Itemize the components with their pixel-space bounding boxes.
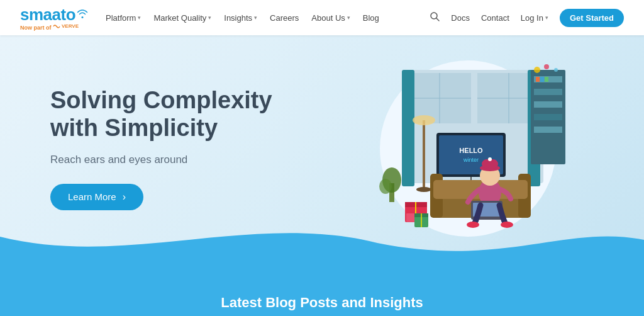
- svg-point-54: [379, 179, 392, 194]
- nav-login-button[interactable]: Log In ▾: [521, 13, 548, 23]
- svg-rect-18: [540, 77, 544, 82]
- chevron-down-icon: ▾: [254, 14, 257, 21]
- svg-rect-16: [534, 127, 562, 133]
- footer-section: Latest Blog Posts and Insights: [0, 262, 644, 316]
- logo-text: smaato: [20, 5, 75, 25]
- svg-rect-15: [534, 114, 562, 120]
- svg-point-51: [554, 68, 558, 72]
- nav-item-insights[interactable]: Insights ▾: [224, 13, 257, 23]
- nav-item-careers[interactable]: Careers: [270, 13, 299, 23]
- footer-title: Latest Blog Posts and Insights: [221, 295, 423, 311]
- chevron-down-icon: ▾: [138, 14, 141, 21]
- svg-point-28: [413, 115, 435, 125]
- chevron-down-icon: ▾: [347, 14, 350, 21]
- svg-rect-17: [536, 77, 540, 82]
- svg-point-37: [488, 157, 492, 161]
- wave-divider: [0, 212, 644, 262]
- svg-rect-13: [534, 89, 562, 95]
- nav-item-blog[interactable]: Blog: [363, 13, 379, 23]
- svg-point-27: [416, 187, 431, 192]
- arrow-right-icon: ›: [123, 191, 126, 203]
- learn-more-button[interactable]: Learn More ›: [50, 184, 143, 210]
- chevron-down-icon: ▾: [208, 14, 211, 21]
- svg-line-1: [436, 18, 439, 21]
- svg-rect-14: [534, 101, 562, 108]
- nav-left: smaato Now part of VERVE Platform ▾: [20, 5, 379, 31]
- nav-docs-link[interactable]: Docs: [451, 13, 470, 23]
- svg-text:HELLO: HELLO: [459, 147, 483, 154]
- hero-content: Solving Complexity with Simplicity Reach…: [0, 87, 272, 210]
- logo-subtitle: Now part of VERVE: [20, 23, 79, 31]
- svg-rect-9: [402, 70, 414, 186]
- nav-item-platform[interactable]: Platform ▾: [106, 13, 141, 23]
- logo-wifi-icon: [77, 8, 88, 22]
- nav-menu: Platform ▾ Market Quality ▾ Insights ▾ C…: [106, 13, 379, 23]
- svg-point-49: [534, 67, 540, 73]
- hero-section: Solving Complexity with Simplicity Reach…: [0, 35, 644, 262]
- hero-title: Solving Complexity with Simplicity: [50, 87, 272, 142]
- svg-rect-19: [545, 77, 548, 82]
- nav-right: Docs Contact Log In ▾ Get Started: [430, 9, 624, 27]
- nav-item-market-quality[interactable]: Market Quality ▾: [153, 13, 211, 23]
- logo[interactable]: smaato Now part of VERVE: [20, 5, 88, 31]
- hero-subtitle: Reach ears and eyes around: [50, 154, 272, 166]
- svg-point-50: [544, 64, 549, 69]
- search-icon[interactable]: [430, 12, 440, 23]
- chevron-down-icon: ▾: [545, 14, 548, 21]
- nav-contact-link[interactable]: Contact: [481, 13, 509, 23]
- navbar: smaato Now part of VERVE Platform ▾: [0, 0, 644, 35]
- nav-item-about-us[interactable]: About Us ▾: [311, 13, 350, 23]
- svg-text:winter: winter: [463, 157, 479, 163]
- get-started-button[interactable]: Get Started: [560, 9, 624, 27]
